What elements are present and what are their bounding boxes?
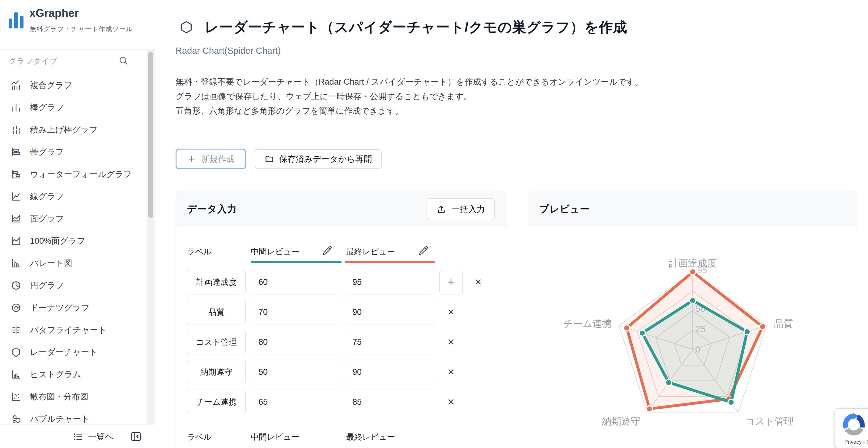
- waterfall-chart-icon: [10, 169, 22, 180]
- pie-chart-icon: [10, 280, 22, 291]
- page-title: レーダーチャート（スパイダーチャート/クモの巣グラフ）を作成: [205, 18, 627, 36]
- row-label[interactable]: コスト管理: [187, 330, 246, 354]
- sidebar-item[interactable]: ドーナツグラフ: [0, 297, 147, 319]
- row-label[interactable]: 計画達成度: [187, 270, 246, 294]
- plus-icon: [446, 278, 456, 287]
- sidebar-item-label: ヒストグラム: [30, 369, 81, 380]
- sidebar: xGrapher 無料グラフ・チャート作成ツール グラフタイプ 複合グラフ棒グラ…: [0, 0, 155, 448]
- edit-series1-icon[interactable]: [322, 246, 332, 256]
- row-label[interactable]: 納期遵守: [187, 360, 246, 384]
- data-row: 品質✕: [187, 300, 496, 324]
- sidebar-item[interactable]: ウォーターフォールグラフ: [0, 163, 147, 185]
- column-header-series2: 最終レビュー: [346, 246, 395, 257]
- scatter-chart-icon: [10, 391, 22, 402]
- series1-value-input[interactable]: [251, 330, 340, 354]
- sidebar-item[interactable]: 複合グラフ: [0, 74, 147, 96]
- stacked-bar-icon: [10, 124, 22, 135]
- sidebar-item[interactable]: ヒストグラム: [0, 363, 147, 386]
- sidebar-menu: 複合グラフ棒グラフ積み上げ棒グラフ帯グラフウォーターフォールグラフ線グラフ面グラ…: [0, 74, 147, 430]
- sidebar-item-label: 複合グラフ: [30, 80, 72, 91]
- donut-chart-icon: [10, 302, 22, 313]
- collapse-sidebar-icon[interactable]: [130, 430, 142, 443]
- bulk-input-button[interactable]: 一括入力: [427, 198, 495, 220]
- series1-value-input[interactable]: [251, 360, 340, 384]
- data-row: チーム連携✕: [187, 390, 496, 414]
- sidebar-item-label: 円グラフ: [30, 280, 64, 291]
- sidebar-item[interactable]: 帯グラフ: [0, 141, 147, 163]
- sidebar-item[interactable]: パレート図: [0, 252, 147, 275]
- add-row-button[interactable]: [439, 270, 463, 294]
- sidebar-item-list[interactable]: 一覧へ: [73, 425, 114, 448]
- series2-value-input[interactable]: [345, 300, 434, 324]
- main-content: レーダーチャート（スパイダーチャート/クモの巣グラフ）を作成 Radar Cha…: [155, 0, 868, 448]
- svg-text:計画達成度: 計画達成度: [669, 258, 717, 268]
- series1-value-input[interactable]: [251, 270, 340, 294]
- series2-value-input[interactable]: [345, 270, 434, 294]
- column-header-label: ラベル: [187, 246, 212, 257]
- series1-value-input[interactable]: [251, 390, 340, 414]
- radar-chart-icon: [179, 20, 193, 35]
- area-100-chart-icon: [10, 235, 22, 247]
- description-line: 五角形、六角形など多角形のグラフを簡単に作成できます。: [176, 104, 643, 118]
- sidebar-item[interactable]: 100%面グラフ: [0, 230, 147, 252]
- sidebar-footer: 一覧へ: [0, 424, 155, 448]
- series2-color-bar: [345, 261, 435, 263]
- series2-value-input[interactable]: [345, 390, 434, 414]
- sidebar-item[interactable]: 線グラフ: [0, 185, 147, 207]
- line-chart-icon: [10, 191, 22, 202]
- svg-text:コスト管理: コスト管理: [745, 416, 794, 427]
- sidebar-item-label: レーダーチャート: [30, 347, 98, 358]
- sidebar-scrollbar-track: [147, 50, 155, 424]
- new-chart-button[interactable]: 新規作成: [176, 149, 246, 169]
- search-icon[interactable]: [118, 56, 128, 65]
- resume-saved-data-button[interactable]: 保存済みデータから再開: [255, 149, 382, 169]
- recaptcha-terms[interactable]: Privacy - Terms: [839, 439, 868, 445]
- resume-saved-data-label: 保存済みデータから再開: [279, 154, 372, 165]
- recaptcha-icon: [840, 411, 868, 439]
- sidebar-item-label: 積み上げ棒グラフ: [30, 124, 98, 135]
- bulk-input-label: 一括入力: [452, 203, 485, 215]
- row-label[interactable]: 品質: [187, 300, 246, 324]
- remove-row-button[interactable]: ✕: [471, 270, 485, 294]
- edit-series2-icon[interactable]: [418, 246, 428, 256]
- logo-block[interactable]: xGrapher 無料グラフ・チャート作成ツール: [0, 0, 155, 50]
- data-row: コスト管理✕: [187, 330, 496, 354]
- data-input-panel: データ入力 一括入力 ラベル 中間レビュー 最終レビュー: [176, 191, 507, 448]
- data-input-title: データ入力: [187, 203, 237, 216]
- series2-value-input[interactable]: [345, 360, 434, 384]
- sidebar-item-label: 帯グラフ: [30, 147, 64, 158]
- pareto-chart-icon: [10, 258, 22, 269]
- sidebar-item-label: 散布図・分布図: [30, 391, 88, 402]
- radar-chart: 0255095計画達成度品質コスト管理納期遵守チーム連携: [528, 227, 858, 448]
- plus-icon: [187, 155, 196, 164]
- bar-chart-icon: [10, 102, 22, 113]
- row-label[interactable]: チーム連携: [187, 390, 246, 414]
- remove-row-button[interactable]: ✕: [439, 390, 463, 414]
- column-footer-series1: 中間レビュー: [251, 431, 300, 442]
- series1-value-input[interactable]: [251, 300, 340, 324]
- butterfly-chart-icon: [10, 324, 22, 335]
- sidebar-footer-label: 一覧へ: [88, 431, 114, 442]
- sidebar-item[interactable]: バタフライチャート: [0, 319, 147, 341]
- series2-value-input[interactable]: [345, 330, 434, 354]
- sidebar-item[interactable]: 面グラフ: [0, 207, 147, 230]
- new-chart-label: 新規作成: [201, 154, 235, 165]
- sidebar-item[interactable]: 散布図・分布図: [0, 386, 147, 408]
- remove-row-button[interactable]: ✕: [439, 300, 463, 324]
- sidebar-item[interactable]: 積み上げ棒グラフ: [0, 119, 147, 141]
- sidebar-item-label: パレート図: [30, 258, 72, 269]
- recaptcha-badge[interactable]: Privacy - Terms: [835, 409, 868, 448]
- sidebar-item-label: 棒グラフ: [30, 102, 64, 113]
- sidebar-scrollbar[interactable]: [148, 52, 153, 218]
- remove-row-button[interactable]: ✕: [439, 330, 463, 354]
- sidebar-item[interactable]: 円グラフ: [0, 275, 147, 297]
- sidebar-item-label: 線グラフ: [30, 191, 64, 202]
- data-row: 納期遵守✕: [187, 360, 496, 384]
- description-line: 無料・登録不要でレーダーチャート（Radar Chart / スパイダーチャート…: [176, 75, 643, 89]
- radar-chart-icon: [10, 347, 22, 358]
- remove-row-button[interactable]: ✕: [439, 360, 463, 384]
- sidebar-item[interactable]: 棒グラフ: [0, 96, 147, 119]
- column-header-series1: 中間レビュー: [251, 246, 300, 257]
- svg-text:品質: 品質: [774, 318, 793, 329]
- sidebar-item[interactable]: レーダーチャート: [0, 341, 147, 363]
